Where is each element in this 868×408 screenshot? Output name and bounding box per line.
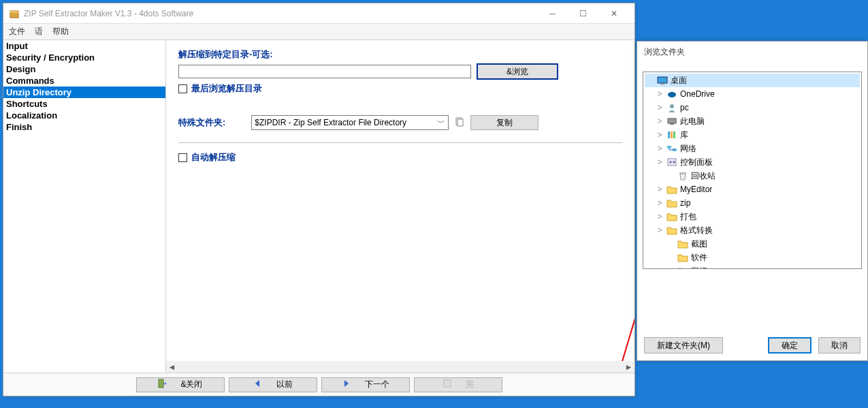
expand-icon[interactable]: > bbox=[656, 103, 664, 112]
tree-item[interactable]: >OneDrive bbox=[645, 87, 860, 101]
tree-item-label: pc bbox=[680, 103, 689, 112]
copy-icon[interactable] bbox=[454, 116, 465, 129]
user-icon bbox=[666, 102, 677, 113]
sidebar-item-localization[interactable]: Localization bbox=[3, 110, 165, 121]
tree-item-label: 回收站 bbox=[691, 170, 716, 182]
tree-item[interactable]: 截图 bbox=[645, 237, 860, 251]
tree-item[interactable]: >MyEditor bbox=[645, 183, 860, 196]
unzip-dir-label: 解压缩到特定目录-可选: bbox=[178, 48, 622, 61]
svg-point-20 bbox=[673, 161, 675, 163]
finish-icon bbox=[443, 379, 452, 390]
tree-item[interactable]: >打包 bbox=[645, 210, 860, 223]
tree-item[interactable]: 图标 bbox=[645, 264, 860, 269]
arrow-left-icon bbox=[253, 379, 263, 390]
maximize-button[interactable]: ☐ bbox=[568, 3, 598, 23]
tree-item-label: zip bbox=[680, 198, 690, 208]
sidebar-item-shortcuts[interactable]: Shortcuts bbox=[3, 98, 165, 110]
net-icon bbox=[666, 143, 677, 154]
folder-icon bbox=[666, 225, 677, 236]
tree-item[interactable]: >控制面板 bbox=[645, 155, 860, 169]
menubar: 文件 语 帮助 bbox=[3, 24, 634, 40]
tree-item[interactable]: 桌面 bbox=[645, 74, 860, 87]
auto-unzip-label: 自动解压缩 bbox=[191, 151, 236, 163]
sidebar-item-finish[interactable]: Finish bbox=[3, 121, 165, 133]
tree-item[interactable]: >格式转换 bbox=[645, 223, 860, 237]
dialog-buttons: 新建文件夹(M) 确定 取消 bbox=[637, 337, 867, 354]
chevron-down-icon: ﹀ bbox=[437, 117, 445, 129]
ok-button[interactable]: 确定 bbox=[768, 337, 811, 354]
tree-item-label: 桌面 bbox=[671, 75, 687, 87]
titlebar: ZIP Self Extractor Maker V1.3 - 4dots So… bbox=[3, 3, 634, 24]
tree-item[interactable]: >此电脑 bbox=[645, 114, 860, 128]
svg-rect-12 bbox=[670, 123, 674, 125]
tree-item[interactable]: 软件 bbox=[645, 251, 860, 264]
cancel-button[interactable]: 取消 bbox=[818, 337, 861, 354]
bin-icon bbox=[677, 170, 688, 181]
menu-file[interactable]: 文件 bbox=[9, 26, 25, 37]
dialog-title: 浏览文件夹 bbox=[637, 42, 867, 62]
bottom-toolbar: &关闭 以前 下一个 完 bbox=[3, 373, 634, 396]
menu-help[interactable]: 帮助 bbox=[52, 26, 69, 37]
new-folder-button[interactable]: 新建文件夹(M) bbox=[644, 337, 723, 354]
sidebar-item-input[interactable]: Input bbox=[3, 40, 165, 52]
expand-icon[interactable]: > bbox=[656, 144, 664, 153]
divider bbox=[178, 142, 622, 143]
window-controls: ─ ☐ ✕ bbox=[537, 3, 629, 23]
prev-button[interactable]: 以前 bbox=[229, 377, 317, 392]
svg-point-19 bbox=[669, 161, 672, 163]
tree-item[interactable]: >zip bbox=[645, 196, 860, 210]
tree-item-label: 控制面板 bbox=[680, 157, 713, 168]
scroll-track[interactable] bbox=[178, 361, 623, 373]
tree-item-label: 打包 bbox=[680, 211, 696, 223]
sidebar-item-security[interactable]: Security / Encryption bbox=[3, 52, 165, 63]
expand-icon[interactable]: > bbox=[656, 157, 664, 167]
expand-icon[interactable]: > bbox=[656, 185, 664, 194]
close-wizard-button[interactable]: &关闭 bbox=[136, 377, 225, 392]
tree-item[interactable]: >库 bbox=[645, 128, 860, 142]
svg-rect-14 bbox=[671, 131, 673, 138]
svg-point-10 bbox=[670, 104, 674, 108]
window-title: ZIP Self Extractor Maker V1.3 - 4dots So… bbox=[24, 9, 537, 18]
svg-rect-21 bbox=[679, 172, 686, 174]
tree-item[interactable]: 回收站 bbox=[645, 169, 860, 183]
scroll-right-icon[interactable]: ► bbox=[623, 361, 634, 373]
expand-icon[interactable]: > bbox=[656, 89, 664, 99]
expand-icon[interactable]: > bbox=[656, 116, 664, 126]
expand-icon[interactable]: > bbox=[656, 198, 664, 208]
close-button[interactable]: ✕ bbox=[598, 3, 629, 23]
minimize-button[interactable]: ─ bbox=[537, 3, 568, 23]
svg-rect-11 bbox=[668, 119, 676, 123]
folder-icon bbox=[677, 238, 688, 249]
finish-button[interactable]: 完 bbox=[414, 377, 502, 392]
folder-icon bbox=[666, 198, 677, 208]
expand-icon[interactable]: > bbox=[656, 212, 664, 221]
scroll-left-icon[interactable]: ◄ bbox=[166, 361, 178, 373]
open-after-checkbox[interactable] bbox=[178, 84, 187, 93]
sidebar-item-unzip-directory[interactable]: Unzip Directory bbox=[3, 87, 165, 98]
expand-icon[interactable]: > bbox=[656, 130, 664, 140]
open-after-label: 最后浏览解压目录 bbox=[191, 82, 262, 95]
tree-item-label: 此电脑 bbox=[680, 116, 705, 127]
svg-rect-6 bbox=[444, 380, 451, 387]
folder-tree[interactable]: 桌面>OneDrive>pc>此电脑>库>网络>控制面板回收站>MyEditor… bbox=[643, 72, 862, 269]
tree-item-label: OneDrive bbox=[680, 89, 715, 99]
browse-button[interactable]: &浏览 bbox=[477, 63, 558, 80]
door-icon bbox=[157, 379, 167, 390]
tree-item[interactable]: >网络 bbox=[645, 142, 860, 155]
menu-lang[interactable]: 语 bbox=[35, 26, 43, 37]
copy-button[interactable]: 复制 bbox=[470, 115, 539, 130]
special-folder-dropdown[interactable]: $ZIPDIR - Zip Self Extractor File Direct… bbox=[251, 115, 449, 130]
sidebar-item-commands[interactable]: Commands bbox=[3, 75, 165, 87]
unzip-dir-input[interactable] bbox=[178, 65, 471, 78]
pc-icon bbox=[666, 116, 677, 127]
tree-item[interactable]: >pc bbox=[645, 101, 860, 114]
expand-icon[interactable]: > bbox=[656, 225, 664, 235]
lib-icon bbox=[666, 129, 677, 140]
horizontal-scrollbar[interactable]: ◄ ► bbox=[166, 361, 634, 373]
next-button[interactable]: 下一个 bbox=[321, 377, 410, 392]
sidebar-item-design[interactable]: Design bbox=[3, 63, 165, 75]
auto-unzip-checkbox[interactable] bbox=[178, 153, 187, 162]
svg-rect-13 bbox=[668, 131, 670, 138]
app-icon bbox=[9, 8, 20, 19]
svg-point-9 bbox=[668, 92, 676, 97]
